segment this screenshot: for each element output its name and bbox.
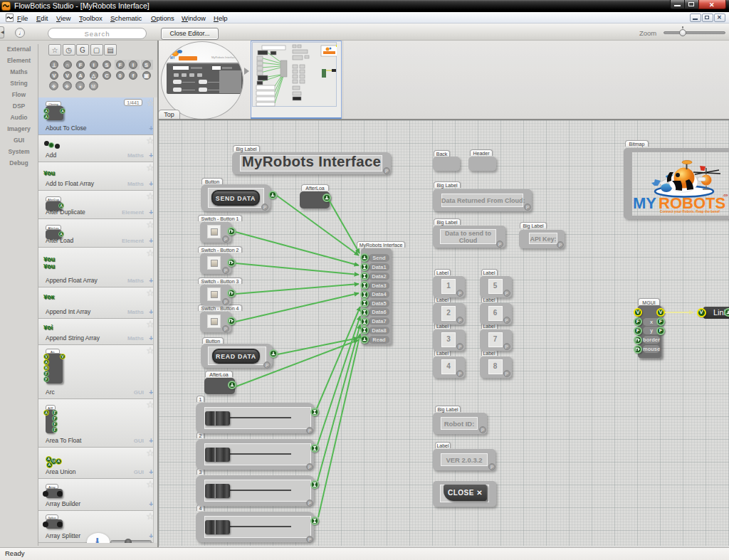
svg-text:Connect your Robots. Reap the: Connect your Robots. Reap the benef (660, 210, 720, 213)
svg-text:MY: MY (633, 194, 656, 212)
svg-text:.co: .co (723, 193, 728, 197)
